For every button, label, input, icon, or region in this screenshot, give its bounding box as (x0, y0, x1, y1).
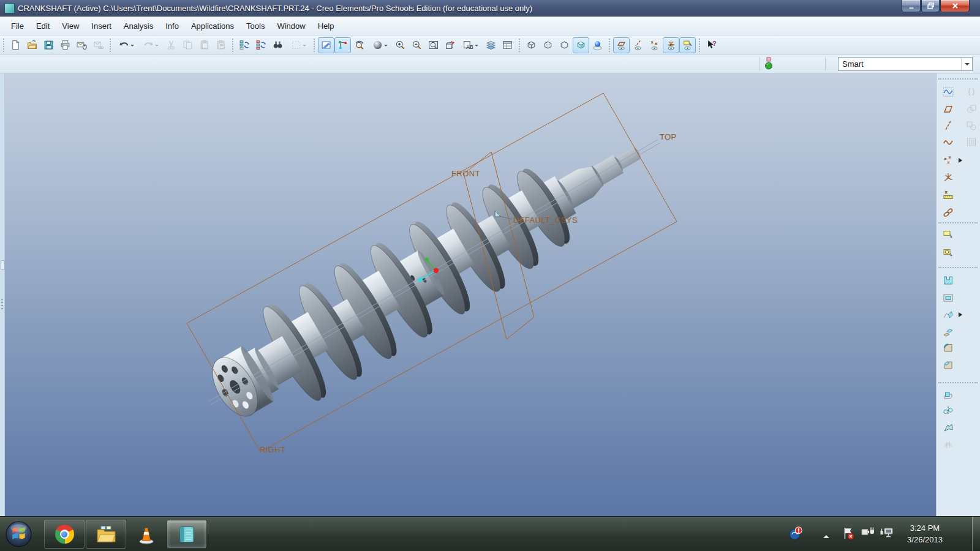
draft-button[interactable] (941, 403, 956, 418)
start-button[interactable] (5, 520, 32, 548)
menu-help[interactable]: Help (312, 18, 341, 34)
sash-handle[interactable] (1, 260, 5, 270)
network-icon[interactable] (880, 527, 894, 541)
graphics-viewport[interactable]: TOP FRONT DEFAULT_CSYS RIGHT (5, 73, 936, 516)
toolbar-grip[interactable] (698, 39, 701, 52)
send-link-button[interactable] (90, 37, 107, 53)
select-by-menu-button[interactable] (286, 37, 311, 53)
spin-center-display-toggle[interactable] (679, 37, 696, 53)
saved-views-button[interactable]: AB (458, 37, 483, 53)
toolbar-grip[interactable] (312, 39, 316, 52)
taskbar-chrome-button[interactable] (44, 520, 85, 549)
layers-button[interactable] (483, 37, 499, 53)
model-link-button[interactable] (941, 205, 956, 220)
taskbar-creo-button[interactable] (167, 520, 207, 549)
paste-special-button[interactable] (213, 37, 229, 53)
datum-point-display-toggle[interactable] (646, 37, 663, 53)
wireframe-button[interactable] (523, 37, 540, 53)
datum-label-front[interactable]: FRONT (451, 169, 480, 178)
toolbar-grip[interactable] (108, 39, 112, 52)
datum-label-csys[interactable]: DEFAULT_CSYS (513, 216, 578, 225)
datum-label-top[interactable]: TOP (660, 132, 677, 141)
menu-analysis[interactable]: Analysis (118, 18, 159, 34)
sketch-setup-button[interactable] (941, 246, 956, 260)
style-surface-button[interactable] (941, 437, 956, 452)
datum-axis-display-toggle[interactable] (630, 37, 646, 53)
custom-regenerate-button[interactable] (253, 37, 270, 53)
extrude-button[interactable] (941, 273, 956, 288)
toolbar-grip[interactable] (608, 39, 611, 52)
trim-button[interactable] (964, 118, 979, 133)
style-tool-button[interactable] (941, 84, 956, 99)
datum-plane-display-toggle[interactable] (613, 37, 630, 53)
print-button[interactable] (57, 37, 74, 53)
sweep-button[interactable] (941, 307, 956, 322)
reorient-button[interactable] (442, 37, 458, 53)
chamfer-button[interactable] (941, 358, 956, 372)
shading-mode-button[interactable] (368, 37, 392, 53)
round-button[interactable] (941, 340, 956, 355)
menu-edit[interactable]: Edit (30, 18, 56, 34)
zoom-out-button[interactable] (409, 37, 425, 53)
shell-button[interactable] (941, 420, 956, 435)
new-file-button[interactable] (7, 37, 24, 53)
repaint-button[interactable] (318, 37, 334, 53)
regeneration-status-icon[interactable] (763, 57, 774, 71)
context-help-button[interactable]: ? (703, 37, 720, 53)
selection-filter-combobox[interactable]: Smart (838, 57, 973, 71)
spin-zoom-button[interactable] (351, 37, 368, 53)
datum-point-tool-button[interactable] (941, 153, 956, 168)
tray-update-notification[interactable] (789, 527, 802, 542)
undo-button[interactable] (114, 37, 138, 53)
show-hidden-icons-button[interactable] (823, 530, 830, 541)
menu-window[interactable]: Window (271, 18, 311, 34)
datum-plane-tool-button[interactable] (941, 102, 956, 116)
revolve-button[interactable] (941, 290, 956, 305)
menu-view[interactable]: View (56, 18, 85, 34)
toolbar-grip[interactable] (231, 39, 235, 52)
mirror-geometry-button[interactable] (964, 84, 979, 99)
pattern-button[interactable] (964, 135, 979, 149)
csys-display-toggle[interactable] (663, 37, 679, 53)
paste-button[interactable] (196, 37, 213, 53)
menu-insert[interactable]: Insert (85, 18, 118, 34)
power-icon[interactable] (861, 527, 875, 540)
regenerate-button[interactable] (236, 37, 253, 53)
find-button[interactable] (270, 37, 286, 53)
combo-dropdown-button[interactable] (961, 58, 972, 70)
mirror-button[interactable] (941, 386, 956, 401)
sketch-tool-button[interactable] (941, 227, 956, 242)
datum-csys-tool-button[interactable] (941, 170, 956, 185)
toolbar-grip[interactable] (2, 39, 6, 52)
zoom-in-button[interactable] (392, 37, 409, 53)
menu-applications[interactable]: Applications (185, 18, 240, 34)
taskbar-clock[interactable]: 3:24 PM 3/26/2013 (895, 522, 954, 545)
action-center-icon[interactable] (842, 527, 854, 542)
model-tree-sash[interactable] (0, 73, 5, 516)
datum-point-flyout-arrow[interactable] (959, 158, 965, 163)
taskbar-vlc-button[interactable] (126, 520, 167, 549)
close-button[interactable] (940, 0, 970, 12)
redo-button[interactable] (138, 37, 163, 53)
open-button[interactable] (24, 37, 40, 53)
blend-button[interactable] (941, 324, 956, 339)
enhanced-realism-button[interactable] (589, 37, 606, 53)
datum-axis-tool-button[interactable] (941, 118, 956, 133)
view-manager-button[interactable] (499, 37, 516, 53)
datum-curve-tool-button[interactable] (941, 135, 956, 149)
show-desktop-button[interactable] (972, 517, 980, 551)
datum-label-right[interactable]: RIGHT (260, 445, 285, 454)
orient-mode-button[interactable] (334, 37, 351, 53)
hidden-line-button[interactable] (540, 37, 556, 53)
menu-info[interactable]: Info (159, 18, 185, 34)
cut-button[interactable] (163, 37, 179, 53)
measure-tool-button[interactable] (941, 187, 956, 202)
copy-button[interactable] (179, 37, 196, 53)
refit-button[interactable] (425, 37, 442, 53)
send-mail-button[interactable] (74, 37, 90, 53)
menu-file[interactable]: File (5, 18, 30, 34)
toolbar-grip[interactable] (518, 39, 521, 52)
sweep-flyout-arrow[interactable] (959, 312, 965, 317)
save-button[interactable] (40, 37, 57, 53)
minimize-button[interactable] (902, 0, 921, 12)
